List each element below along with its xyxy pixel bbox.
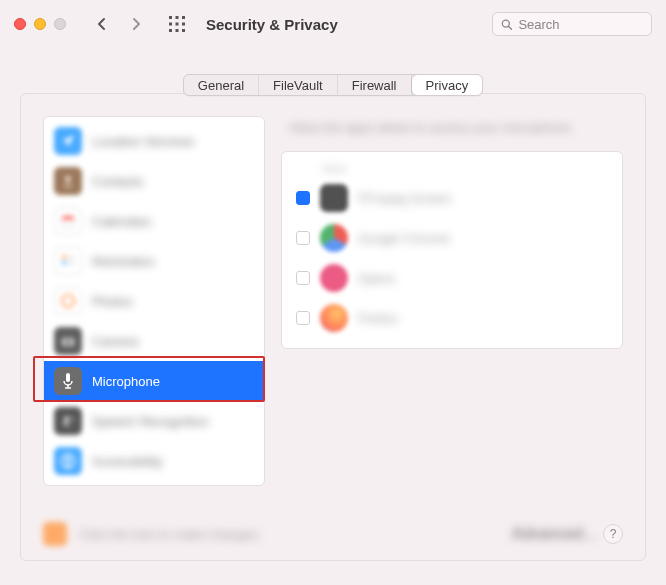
advanced-button[interactable]: Advanced…	[511, 524, 591, 544]
sidebar-item-calendars[interactable]: Calendars	[44, 201, 264, 241]
sidebar-item-label: Accessibility	[92, 454, 163, 469]
minimize-window-button[interactable]	[34, 18, 46, 30]
app-icon	[320, 224, 348, 252]
svg-point-11	[65, 176, 71, 182]
svg-line-10	[508, 26, 511, 29]
microphone-icon	[54, 367, 82, 395]
search-icon	[501, 18, 512, 31]
svg-rect-1	[176, 16, 179, 19]
close-window-button[interactable]	[14, 18, 26, 30]
chevron-right-icon	[131, 17, 141, 31]
privacy-sidebar: Location Services Contacts Calendars	[43, 116, 265, 486]
location-icon	[54, 127, 82, 155]
app-checkbox[interactable]	[296, 311, 310, 325]
content-pane: Location Services Contacts Calendars	[20, 93, 646, 561]
sidebar-item-label: Location Services	[92, 134, 195, 149]
svg-point-14	[62, 255, 66, 259]
svg-point-18	[62, 295, 74, 307]
svg-rect-15	[67, 256, 74, 258]
titlebar: Security & Privacy	[0, 0, 666, 48]
app-name-label: Opera	[358, 271, 394, 286]
sidebar-item-label: Camera	[92, 334, 138, 349]
grid-icon	[169, 16, 185, 32]
sidebar-item-location-services[interactable]: Location Services	[44, 121, 264, 161]
search-field[interactable]	[492, 12, 652, 36]
svg-rect-8	[182, 29, 185, 32]
app-checkbox[interactable]	[296, 271, 310, 285]
sidebar-item-microphone[interactable]: Microphone	[44, 361, 264, 401]
sidebar-item-camera[interactable]: Camera	[44, 321, 264, 361]
help-button[interactable]: ?	[603, 524, 623, 544]
svg-rect-17	[67, 262, 74, 264]
app-name-label: FFmpeg Screen	[358, 191, 451, 206]
photos-icon	[54, 287, 82, 315]
tab-firewall[interactable]: Firewall	[338, 75, 412, 95]
footer-row: Click the lock to make changes. Advanced…	[21, 508, 645, 560]
app-row[interactable]: Opera	[292, 258, 612, 298]
sidebar-item-label: Photos	[92, 294, 132, 309]
show-all-button[interactable]	[164, 11, 190, 37]
forward-button[interactable]	[124, 10, 148, 38]
svg-rect-7	[176, 29, 179, 32]
window-title: Security & Privacy	[206, 16, 338, 33]
back-button[interactable]	[90, 10, 114, 38]
app-icon	[320, 184, 348, 212]
svg-rect-0	[169, 16, 172, 19]
camera-icon	[54, 327, 82, 355]
right-pane: Allow the apps below to access your micr…	[281, 116, 623, 486]
search-input[interactable]	[518, 17, 643, 32]
lock-icon[interactable]	[43, 522, 67, 546]
app-name-label: Google Chrome	[358, 231, 450, 246]
app-list: Apps FFmpeg Screen Google Chrome	[281, 151, 623, 349]
tab-general[interactable]: General	[184, 75, 259, 95]
sidebar-item-contacts[interactable]: Contacts	[44, 161, 264, 201]
app-row[interactable]: Google Chrome	[292, 218, 612, 258]
lock-text: Click the lock to make changes.	[79, 527, 499, 542]
app-icon	[320, 304, 348, 332]
svg-rect-6	[169, 29, 172, 32]
svg-rect-24	[65, 416, 68, 423]
sidebar-item-reminders[interactable]: Reminders	[44, 241, 264, 281]
sidebar-item-label: Reminders	[92, 254, 155, 269]
sidebar-item-label: Calendars	[92, 214, 151, 229]
zoom-window-button[interactable]	[54, 18, 66, 30]
svg-rect-5	[182, 23, 185, 26]
svg-rect-4	[176, 23, 179, 26]
svg-rect-13	[62, 216, 74, 220]
chevron-left-icon	[97, 17, 107, 31]
tab-filevault[interactable]: FileVault	[259, 75, 338, 95]
contacts-icon	[54, 167, 82, 195]
svg-rect-2	[182, 16, 185, 19]
sidebar-item-speech-recognition[interactable]: Speech Recognition	[44, 401, 264, 441]
reminders-icon	[54, 247, 82, 275]
app-list-subheading: Apps	[322, 162, 612, 174]
sidebar-item-label: Contacts	[92, 174, 143, 189]
app-icon	[320, 264, 348, 292]
tab-privacy[interactable]: Privacy	[411, 74, 484, 96]
permission-heading: Allow the apps below to access your micr…	[281, 120, 623, 135]
app-checkbox[interactable]	[296, 231, 310, 245]
sidebar-item-photos[interactable]: Photos	[44, 281, 264, 321]
svg-point-16	[62, 261, 66, 265]
speech-icon	[54, 407, 82, 435]
app-row[interactable]: Firefox	[292, 298, 612, 338]
app-name-label: Firefox	[358, 311, 398, 326]
svg-point-20	[66, 340, 71, 345]
segmented-control: General FileVault Firewall Privacy	[183, 74, 483, 96]
sidebar-item-accessibility[interactable]: Accessibility	[44, 441, 264, 481]
calendars-icon	[54, 207, 82, 235]
app-row[interactable]: FFmpeg Screen	[292, 178, 612, 218]
accessibility-icon	[54, 447, 82, 475]
sidebar-item-label: Microphone	[92, 374, 160, 389]
tabs-row: General FileVault Firewall Privacy	[0, 48, 666, 96]
svg-rect-21	[66, 373, 70, 382]
svg-rect-3	[169, 23, 172, 26]
app-checkbox[interactable]	[296, 191, 310, 205]
sidebar-item-label: Speech Recognition	[92, 414, 208, 429]
svg-point-26	[67, 456, 70, 459]
window-controls	[14, 18, 66, 30]
